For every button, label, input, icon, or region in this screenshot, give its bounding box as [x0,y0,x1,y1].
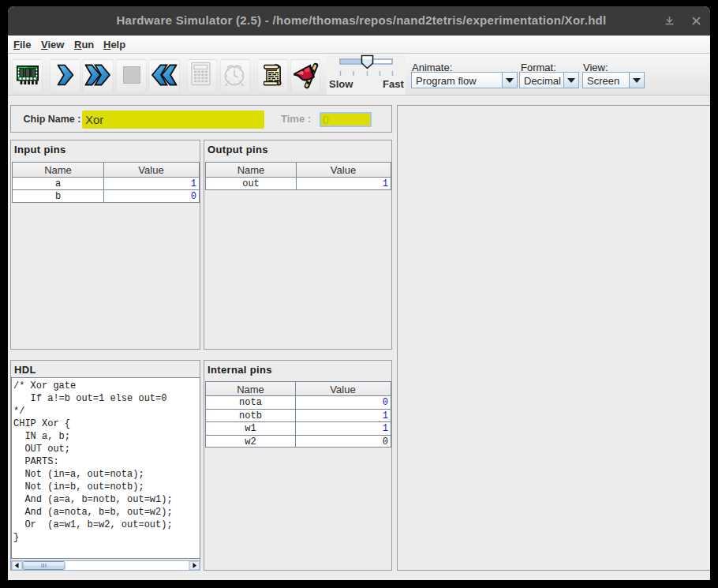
svg-text:Fast: Fast [383,78,404,90]
svg-text:Slow: Slow [329,78,353,90]
